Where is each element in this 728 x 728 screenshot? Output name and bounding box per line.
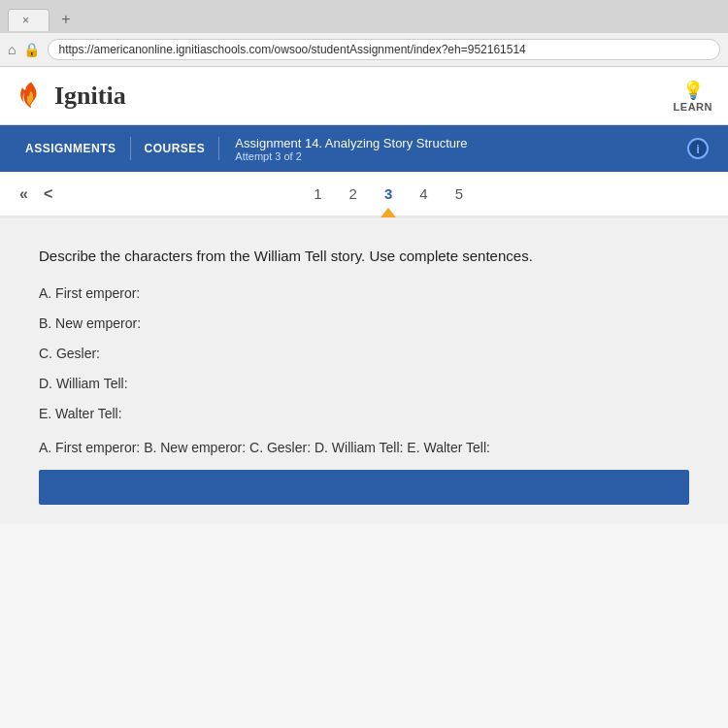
double-left-arrow[interactable]: « <box>19 185 28 203</box>
q-num-3[interactable]: 3 <box>381 183 396 204</box>
active-tab[interactable]: × <box>8 9 50 31</box>
q-num-4[interactable]: 4 <box>415 183 431 204</box>
answer-b: B. New emperor: <box>39 314 689 334</box>
new-tab-button[interactable]: + <box>53 9 79 30</box>
url-input[interactable]: https://americanonline.ignitiaschools.co… <box>48 39 720 60</box>
main-content: Describe the characters from the William… <box>0 218 728 524</box>
courses-nav[interactable]: COURSES <box>131 125 219 172</box>
logo: Ignitia <box>16 81 126 112</box>
address-bar: ⌂ 🔒 https://americanonline.ignitiaschool… <box>0 33 728 66</box>
combined-answer: A. First emperor: B. New emperor: C. Ges… <box>39 438 689 458</box>
answer-c: C. Gesler: <box>39 344 689 364</box>
learn-icon: 💡 <box>682 80 704 101</box>
learn-button[interactable]: 💡 LEARN <box>674 80 712 113</box>
question-text: Describe the characters from the William… <box>39 246 689 268</box>
q-num-5[interactable]: 5 <box>451 183 467 204</box>
ignitia-header: Ignitia 💡 LEARN <box>0 67 728 125</box>
assignment-title: Assignment 14. Analyzing Story Structure <box>235 136 672 150</box>
header-right: 💡 LEARN <box>674 80 712 113</box>
answer-a: A. First emperor: <box>39 283 689 304</box>
learn-label: LEARN <box>674 101 712 113</box>
lock-icon: 🔒 <box>23 42 40 57</box>
q-num-2[interactable]: 2 <box>346 183 361 204</box>
info-icon[interactable]: i <box>687 138 709 159</box>
assignments-nav[interactable]: ASSIGNMENTS <box>12 125 130 172</box>
single-left-arrow[interactable]: < <box>44 185 52 203</box>
nav-bar: ASSIGNMENTS COURSES Assignment 14. Analy… <box>0 125 728 172</box>
question-numbers: 1 2 3 4 5 <box>310 183 467 204</box>
answer-e: E. Walter Tell: <box>39 404 689 424</box>
question-nav: « < 1 2 3 4 5 <box>0 172 728 218</box>
tab-bar: × + <box>0 0 728 33</box>
blue-bar <box>39 470 689 505</box>
browser-chrome: × + ⌂ 🔒 https://americanonline.ignitiasc… <box>0 0 728 67</box>
logo-text: Ignitia <box>54 82 126 111</box>
app-container: Ignitia 💡 LEARN ASSIGNMENTS COURSES Assi… <box>0 67 728 728</box>
answer-d: D. William Tell: <box>39 374 689 394</box>
q-num-1[interactable]: 1 <box>310 183 325 204</box>
home-icon[interactable]: ⌂ <box>8 42 16 57</box>
flame-icon <box>16 81 47 112</box>
attempt-text: Attempt 3 of 2 <box>235 150 672 162</box>
assignment-info: Assignment 14. Analyzing Story Structure… <box>219 136 687 162</box>
tab-close[interactable]: × <box>22 14 29 27</box>
